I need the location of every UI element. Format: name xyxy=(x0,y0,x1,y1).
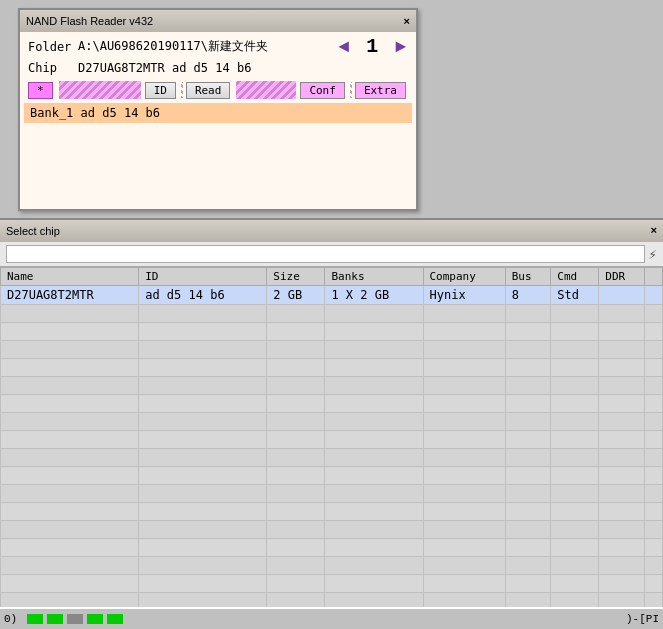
table-row[interactable] xyxy=(1,467,663,485)
chip-value: D27UAG8T2MTR ad d5 14 b6 xyxy=(78,61,251,75)
col-bus: Bus xyxy=(505,268,551,286)
chip-row: Chip D27UAG8T2MTR ad d5 14 b6 xyxy=(24,59,412,77)
col-name: Name xyxy=(1,268,139,286)
col-extra xyxy=(644,268,662,286)
taskbar-left-label: 0) xyxy=(0,613,21,625)
table-row[interactable] xyxy=(1,431,663,449)
col-size: Size xyxy=(267,268,325,286)
table-row[interactable] xyxy=(1,413,663,431)
col-company: Company xyxy=(423,268,505,286)
filter-input[interactable] xyxy=(6,245,645,263)
nav-number: 1 xyxy=(357,35,387,58)
table-row[interactable] xyxy=(1,557,663,575)
indicator-3 xyxy=(67,614,83,624)
bottom-window-close[interactable]: × xyxy=(650,225,657,237)
toolbar-row: * ID Read Conf Extra xyxy=(24,79,412,101)
id-button[interactable]: ID xyxy=(145,82,176,99)
top-window-content: Folder A:\AU698620190117\新建文件夹 ◄ 1 ► Chi… xyxy=(20,32,416,209)
filter-bar: ⚡ xyxy=(0,242,663,267)
taskbar-right-label: )-[PI xyxy=(622,613,663,625)
taskbar-indicators xyxy=(21,614,129,624)
top-titlebar: NAND Flash Reader v432 × xyxy=(20,10,416,32)
nav-left-arrow[interactable]: ◄ xyxy=(338,37,349,57)
extra-button[interactable]: Extra xyxy=(355,82,406,99)
table-row[interactable] xyxy=(1,503,663,521)
select-chip-window: Select chip × ⚡ Name ID Size Banks Compa… xyxy=(0,218,663,629)
hatch-divider xyxy=(59,81,141,99)
chip-label: Chip xyxy=(28,61,78,75)
col-banks: Banks xyxy=(325,268,423,286)
table-row[interactable] xyxy=(1,575,663,593)
table-row[interactable] xyxy=(1,539,663,557)
col-cmd: Cmd xyxy=(551,268,599,286)
chip-table: Name ID Size Banks Company Bus Cmd DDR D… xyxy=(0,267,663,629)
bank-row: Bank_1 ad d5 14 b6 xyxy=(24,103,412,123)
nav-arrows: ◄ 1 ► xyxy=(338,35,406,58)
toolbar-divider-2 xyxy=(350,82,352,98)
table-row[interactable] xyxy=(1,521,663,539)
star-button[interactable]: * xyxy=(28,82,53,99)
table-row[interactable] xyxy=(1,341,663,359)
top-inner-content xyxy=(24,125,412,205)
table-row[interactable] xyxy=(1,323,663,341)
read-button[interactable]: Read xyxy=(186,82,231,99)
conf-button[interactable]: Conf xyxy=(300,82,345,99)
folder-label: Folder xyxy=(28,40,78,54)
hatch-divider-2 xyxy=(236,81,296,99)
col-ddr: DDR xyxy=(599,268,645,286)
bottom-titlebar: Select chip × xyxy=(0,220,663,242)
nand-reader-window: NAND Flash Reader v432 × Folder A:\AU698… xyxy=(18,8,418,211)
table-row[interactable] xyxy=(1,305,663,323)
top-window-close[interactable]: × xyxy=(404,15,410,27)
table-row[interactable] xyxy=(1,359,663,377)
filter-icon: ⚡ xyxy=(649,246,657,263)
folder-value: A:\AU698620190117\新建文件夹 xyxy=(78,38,268,55)
toolbar-divider-1 xyxy=(181,82,183,98)
indicator-2 xyxy=(47,614,63,624)
nav-right-arrow[interactable]: ► xyxy=(395,37,406,57)
bottom-window-title: Select chip xyxy=(6,225,60,237)
table-row[interactable] xyxy=(1,377,663,395)
indicator-5 xyxy=(107,614,123,624)
indicator-4 xyxy=(87,614,103,624)
indicator-1 xyxy=(27,614,43,624)
table-header-row: Name ID Size Banks Company Bus Cmd DDR xyxy=(1,268,663,286)
taskbar: 0) )-[PI xyxy=(0,607,663,629)
col-id: ID xyxy=(139,268,267,286)
top-window-title: NAND Flash Reader v432 xyxy=(26,15,153,27)
table-row[interactable] xyxy=(1,449,663,467)
table-row[interactable]: D27UAG8T2MTRad d5 14 b62 GB1 X 2 GBHynix… xyxy=(1,286,663,305)
table-row[interactable] xyxy=(1,395,663,413)
table-row[interactable] xyxy=(1,485,663,503)
